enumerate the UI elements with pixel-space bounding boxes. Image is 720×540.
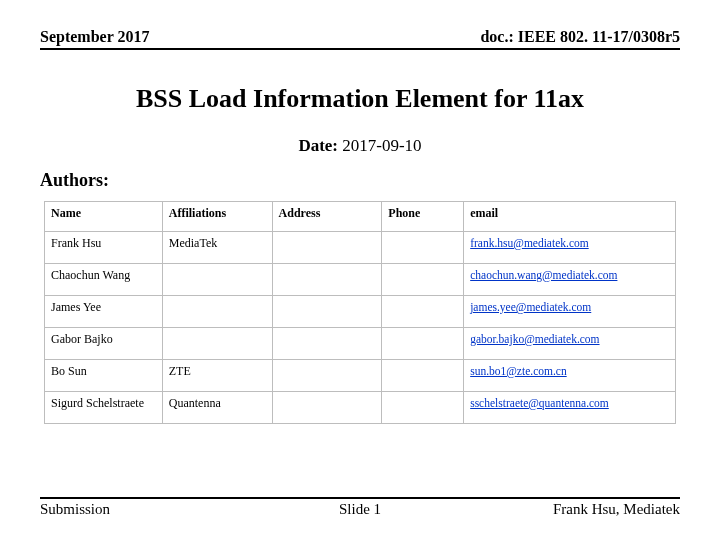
table-row: Gabor Bajkogabor.bajko@mediatek.com bbox=[45, 328, 676, 360]
th-affil: Affiliations bbox=[162, 202, 272, 232]
cell-name: Chaochun Wang bbox=[45, 264, 163, 296]
th-name: Name bbox=[45, 202, 163, 232]
table-row: James Yeejames.yee@mediatek.com bbox=[45, 296, 676, 328]
cell-name: James Yee bbox=[45, 296, 163, 328]
email-link[interactable]: sschelstraete@quantenna.com bbox=[470, 397, 609, 409]
table-header-row: Name Affiliations Address Phone email bbox=[45, 202, 676, 232]
cell-name: Bo Sun bbox=[45, 360, 163, 392]
table-row: Frank HsuMediaTekfrank.hsu@mediatek.com bbox=[45, 232, 676, 264]
email-link[interactable]: sun.bo1@zte.com.cn bbox=[470, 365, 567, 377]
th-email: email bbox=[464, 202, 676, 232]
date-label: Date: bbox=[298, 136, 338, 155]
table-row: Sigurd SchelstraeteQuantennasschelstraet… bbox=[45, 392, 676, 424]
th-addr: Address bbox=[272, 202, 382, 232]
footer-rule bbox=[40, 497, 680, 499]
cell-affil: Quantenna bbox=[162, 392, 272, 424]
cell-phone bbox=[382, 328, 464, 360]
table-row: Chaochun Wangchaochun.wang@mediatek.com bbox=[45, 264, 676, 296]
cell-addr bbox=[272, 296, 382, 328]
cell-addr bbox=[272, 328, 382, 360]
cell-affil bbox=[162, 264, 272, 296]
table-body: Frank HsuMediaTekfrank.hsu@mediatek.comC… bbox=[45, 232, 676, 424]
footer: Slide 1 Submission Frank Hsu, Mediatek bbox=[40, 497, 680, 518]
header: September 2017 doc.: IEEE 802. 11-17/030… bbox=[40, 28, 680, 50]
cell-email: sschelstraete@quantenna.com bbox=[464, 392, 676, 424]
cell-phone bbox=[382, 232, 464, 264]
header-doc-id: doc.: IEEE 802. 11-17/0308r5 bbox=[480, 28, 680, 46]
footer-right: Frank Hsu, Mediatek bbox=[553, 501, 680, 518]
page-title: BSS Load Information Element for 11ax bbox=[40, 84, 680, 114]
email-link[interactable]: gabor.bajko@mediatek.com bbox=[470, 333, 599, 345]
footer-left: Submission bbox=[40, 501, 110, 518]
date-line: Date: 2017-09-10 bbox=[40, 136, 680, 156]
cell-email: james.yee@mediatek.com bbox=[464, 296, 676, 328]
cell-affil: MediaTek bbox=[162, 232, 272, 264]
email-link[interactable]: frank.hsu@mediatek.com bbox=[470, 237, 589, 249]
cell-addr bbox=[272, 232, 382, 264]
cell-email: frank.hsu@mediatek.com bbox=[464, 232, 676, 264]
cell-affil bbox=[162, 328, 272, 360]
cell-affil bbox=[162, 296, 272, 328]
th-phone: Phone bbox=[382, 202, 464, 232]
cell-addr bbox=[272, 392, 382, 424]
cell-phone bbox=[382, 264, 464, 296]
email-link[interactable]: chaochun.wang@mediatek.com bbox=[470, 269, 617, 281]
cell-email: gabor.bajko@mediatek.com bbox=[464, 328, 676, 360]
cell-phone bbox=[382, 360, 464, 392]
cell-name: Sigurd Schelstraete bbox=[45, 392, 163, 424]
cell-phone bbox=[382, 392, 464, 424]
cell-email: chaochun.wang@mediatek.com bbox=[464, 264, 676, 296]
cell-phone bbox=[382, 296, 464, 328]
cell-name: Gabor Bajko bbox=[45, 328, 163, 360]
cell-name: Frank Hsu bbox=[45, 232, 163, 264]
date-value: 2017-09-10 bbox=[342, 136, 421, 155]
cell-email: sun.bo1@zte.com.cn bbox=[464, 360, 676, 392]
authors-label: Authors: bbox=[40, 170, 680, 191]
table-row: Bo SunZTEsun.bo1@zte.com.cn bbox=[45, 360, 676, 392]
authors-table: Name Affiliations Address Phone email Fr… bbox=[44, 201, 676, 424]
cell-affil: ZTE bbox=[162, 360, 272, 392]
email-link[interactable]: james.yee@mediatek.com bbox=[470, 301, 591, 313]
header-date: September 2017 bbox=[40, 28, 149, 46]
cell-addr bbox=[272, 360, 382, 392]
cell-addr bbox=[272, 264, 382, 296]
